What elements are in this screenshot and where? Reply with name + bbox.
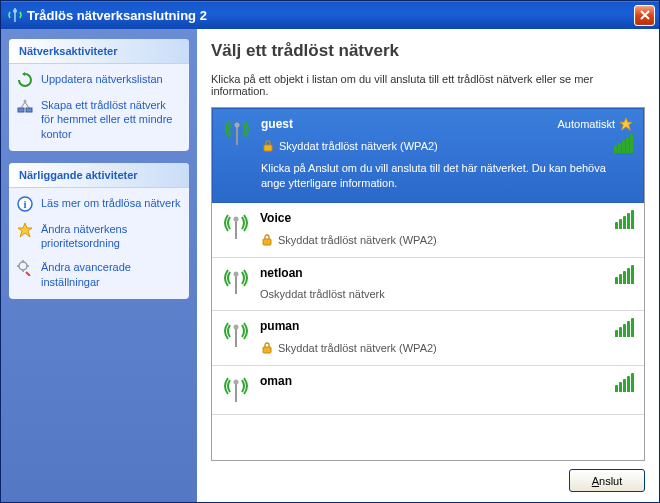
info-icon: i <box>17 196 33 212</box>
network-security-label: Skyddat trådlöst nätverk (WPA2) <box>260 233 634 247</box>
network-setup-icon <box>17 98 33 114</box>
task-learn-more-wireless[interactable]: i Läs mer om trådlösa nätverk <box>17 196 181 212</box>
network-list[interactable]: guest Skyddat trådlöst nätverk (WPA2) Kl… <box>211 107 645 461</box>
task-refresh-network-list[interactable]: Uppdatera nätverkslistan <box>17 72 181 88</box>
svg-rect-17 <box>263 347 271 353</box>
network-name: netloan <box>260 266 634 280</box>
antenna-icon <box>222 321 250 349</box>
instruction-text: Klicka på ett objekt i listan om du vill… <box>211 73 645 97</box>
sidebar: Nätverksaktiviteter Uppdatera nätverksli… <box>1 29 197 502</box>
network-item[interactable]: oman <box>212 366 644 415</box>
lock-icon <box>260 341 274 355</box>
network-name: puman <box>260 319 634 333</box>
footer: Anslut <box>211 461 645 492</box>
network-name: Voice <box>260 211 634 225</box>
task-label: Ändra avancerade inställningar <box>41 260 181 289</box>
svg-point-6 <box>19 262 27 270</box>
svg-point-16 <box>234 324 239 329</box>
auto-connect-label: Automatiskt <box>558 117 633 131</box>
antenna-icon <box>222 376 250 404</box>
network-item[interactable]: Voice Skyddat trådlöst nätverk (WPA2) <box>212 203 644 258</box>
antenna-icon <box>223 119 251 147</box>
network-security-label: Oskyddat trådlöst nätverk <box>260 288 634 300</box>
svg-point-11 <box>234 216 239 221</box>
svg-rect-1 <box>18 108 24 112</box>
lock-icon <box>261 139 275 153</box>
signal-strength-icon <box>614 135 633 153</box>
task-label: Skapa ett trådlöst nätverk för hemmet el… <box>41 98 181 141</box>
task-label: Ändra nätverkens prioritetsordning <box>41 222 181 251</box>
signal-strength-icon <box>615 374 634 392</box>
svg-point-8 <box>235 123 240 128</box>
network-name: oman <box>260 374 634 388</box>
signal-strength-icon <box>615 319 634 337</box>
svg-rect-12 <box>263 239 271 245</box>
main-content: Välj ett trådlöst nätverk Klicka på ett … <box>197 29 659 502</box>
close-button[interactable] <box>634 5 655 26</box>
task-change-advanced-settings[interactable]: Ändra avancerade inställningar <box>17 260 181 289</box>
signal-strength-icon <box>615 266 634 284</box>
page-heading: Välj ett trådlöst nätverk <box>211 41 645 61</box>
svg-rect-2 <box>26 108 32 112</box>
task-create-wireless-network[interactable]: Skapa ett trådlöst nätverk för hemmet el… <box>17 98 181 141</box>
svg-point-0 <box>13 9 17 13</box>
panel-related-activities: Närliggande aktiviteter i Läs mer om trå… <box>9 163 189 299</box>
svg-point-14 <box>234 271 239 276</box>
svg-rect-9 <box>264 145 272 151</box>
network-item[interactable]: netloan Oskyddat trådlöst nätverk <box>212 258 644 311</box>
wireless-icon <box>7 8 23 22</box>
signal-strength-icon <box>615 211 634 229</box>
panel-network-activities: Nätverksaktiviteter Uppdatera nätverksli… <box>9 39 189 151</box>
star-icon <box>17 222 33 238</box>
lock-icon <box>260 233 274 247</box>
refresh-icon <box>17 72 33 88</box>
svg-point-19 <box>234 379 239 384</box>
panel-header: Närliggande aktiviteter <box>9 163 189 188</box>
task-change-priority-order[interactable]: Ändra nätverkens prioritetsordning <box>17 222 181 251</box>
titlebar: Trådlös nätverksanslutning 2 <box>1 1 659 29</box>
window-title: Trådlös nätverksanslutning 2 <box>27 8 634 23</box>
task-label: Uppdatera nätverkslistan <box>41 72 163 86</box>
task-label: Läs mer om trådlösa nätverk <box>41 196 180 210</box>
antenna-icon <box>222 213 250 241</box>
network-item[interactable]: guest Skyddat trådlöst nätverk (WPA2) Kl… <box>212 108 644 203</box>
antenna-icon <box>222 268 250 296</box>
svg-point-3 <box>24 100 27 103</box>
connect-button[interactable]: Anslut <box>569 469 645 492</box>
favorite-star-icon <box>619 117 633 131</box>
network-item[interactable]: puman Skyddat trådlöst nätverk (WPA2) <box>212 311 644 366</box>
settings-icon <box>17 260 33 276</box>
network-security-label: Skyddat trådlöst nätverk (WPA2) <box>260 341 634 355</box>
svg-text:i: i <box>23 198 26 210</box>
network-description: Klicka på Anslut om du vill ansluta till… <box>261 161 633 192</box>
panel-header: Nätverksaktiviteter <box>9 39 189 64</box>
